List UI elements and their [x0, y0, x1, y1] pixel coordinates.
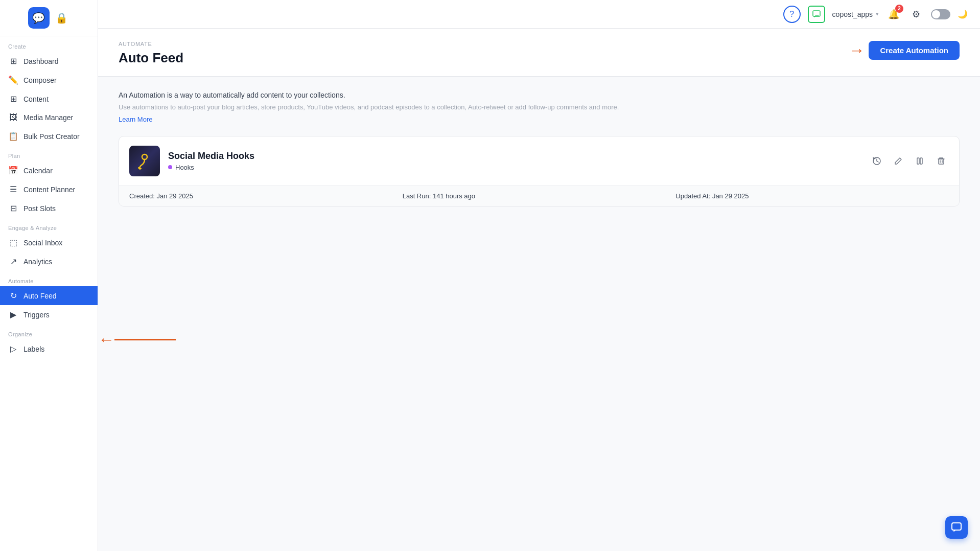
description-block: An Automation is a way to automatically … [119, 91, 960, 124]
bulk-post-icon: 📋 [8, 131, 18, 141]
card-status: Hooks [168, 164, 254, 171]
section-label-engage: Engage & Analyze [0, 218, 98, 233]
content-planner-icon: ☰ [8, 185, 18, 194]
sidebar: 💬 🔒 Create ⊞ Dashboard ✏️ Composer ⊞ Con… [0, 0, 98, 551]
sidebar-item-label: Dashboard [24, 57, 59, 65]
card-left: Social Media Hooks Hooks [129, 146, 254, 176]
auto-feed-icon: ↻ [8, 291, 18, 301]
section-label-automate: Automate [0, 271, 98, 286]
user-account-dropdown[interactable]: copost_apps ▾ [832, 10, 879, 18]
main-area: ? copost_apps ▾ 🔔 2 ⚙ 🌙 AUTOMATE Auto Fe… [98, 0, 980, 551]
sidebar-item-analytics[interactable]: ↗ Analytics [0, 252, 98, 271]
sidebar-item-content[interactable]: ⊞ Content [0, 89, 98, 108]
delete-icon-button[interactable] [934, 153, 949, 169]
media-manager-icon: 🖼 [8, 113, 18, 122]
card-status-label: Hooks [175, 164, 194, 171]
svg-rect-5 [939, 159, 944, 164]
svg-rect-8 [952, 523, 961, 530]
card-updated-label: Updated At: Jan 29 2025 [675, 192, 949, 200]
description-main: An Automation is a way to automatically … [119, 91, 960, 99]
page-title: Auto Feed [119, 50, 183, 66]
sidebar-item-label: Content Planner [24, 186, 75, 194]
sidebar-item-label: Post Slots [24, 204, 56, 213]
sidebar-item-composer[interactable]: ✏️ Composer [0, 71, 98, 89]
create-button-arrow-indicator: → [848, 41, 865, 60]
sidebar-item-label: Content [24, 95, 49, 103]
sidebar-item-label: Analytics [24, 258, 52, 266]
sidebar-logo: 💬 🔒 [0, 0, 98, 36]
labels-icon: ▷ [8, 344, 18, 354]
card-footer: Created: Jan 29 2025 Last Run: 141 hours… [119, 186, 959, 206]
theme-toggle[interactable] [931, 9, 950, 19]
description-sub: Use automations to auto-post your blog a… [119, 102, 960, 112]
create-automation-button[interactable]: Create Automation [869, 41, 960, 60]
sidebar-item-label: Social Inbox [24, 239, 62, 247]
sidebar-item-media-manager[interactable]: 🖼 Media Manager [0, 108, 98, 127]
page-content: AUTOMATE Auto Feed → Create Automation A… [98, 29, 980, 551]
social-inbox-icon: ⬚ [8, 238, 18, 247]
card-last-run-label: Last Run: 141 hours ago [403, 192, 676, 200]
sidebar-item-label: Media Manager [24, 113, 73, 122]
page-header-left: AUTOMATE Auto Feed [119, 41, 183, 66]
card-actions [869, 153, 949, 169]
composer-icon: ✏️ [8, 75, 18, 85]
status-dot-icon [168, 165, 172, 169]
post-slots-icon: ⊟ [8, 203, 18, 213]
dark-mode-icon[interactable]: 🌙 [958, 9, 968, 19]
notification-bell[interactable]: 🔔 2 [886, 7, 901, 22]
chat-fab-button[interactable] [945, 516, 968, 539]
chevron-down-icon: ▾ [876, 11, 879, 17]
create-automation-label: Create Automation [880, 46, 948, 55]
sidebar-item-label: Composer [24, 76, 57, 84]
theme-toggle-wrap [931, 9, 950, 19]
sidebar-item-label: Labels [24, 345, 44, 353]
message-icon-button[interactable] [808, 6, 825, 23]
content-icon: ⊞ [8, 94, 18, 104]
sidebar-item-triggers[interactable]: ▶ Triggers [0, 305, 98, 324]
learn-more-link[interactable]: Learn More [119, 116, 152, 123]
username-label: copost_apps [832, 10, 873, 18]
sidebar-item-label: Triggers [24, 311, 50, 319]
sidebar-item-post-slots[interactable]: ⊟ Post Slots [0, 199, 98, 218]
svg-point-1 [142, 154, 147, 159]
automation-card: Social Media Hooks Hooks [119, 136, 960, 206]
sidebar-item-calendar[interactable]: 📅 Calendar [0, 161, 98, 180]
sidebar-item-social-inbox[interactable]: ⬚ Social Inbox [0, 233, 98, 252]
help-icon-button[interactable]: ? [783, 6, 801, 23]
history-icon-button[interactable] [869, 153, 884, 169]
sidebar-item-auto-feed[interactable]: ↻ Auto Feed [0, 286, 98, 305]
settings-gear-icon[interactable]: ⚙ [908, 7, 924, 22]
notification-count-badge: 2 [895, 5, 903, 13]
triggers-icon: ▶ [8, 310, 18, 319]
sidebar-item-label: Calendar [24, 167, 53, 175]
calendar-icon: 📅 [8, 166, 18, 175]
section-label-organize: Organize [0, 324, 98, 339]
edit-icon-button[interactable] [891, 153, 906, 169]
card-top: Social Media Hooks Hooks [119, 136, 959, 186]
app-logo-icon: 💬 [28, 7, 50, 29]
card-thumbnail [129, 146, 160, 176]
card-title: Social Media Hooks [168, 151, 254, 162]
card-created-label: Created: Jan 29 2025 [129, 192, 403, 200]
hook-svg-icon [135, 152, 154, 170]
svg-rect-3 [917, 158, 919, 164]
svg-rect-4 [920, 158, 922, 164]
topbar: ? copost_apps ▾ 🔔 2 ⚙ 🌙 [98, 0, 980, 29]
thumbnail-inner [129, 146, 160, 176]
section-label-plan: Plan [0, 146, 98, 161]
lock-icon: 🔒 [54, 10, 70, 26]
page-header: AUTOMATE Auto Feed → Create Automation [98, 29, 980, 77]
dashboard-icon: ⊞ [8, 56, 18, 66]
breadcrumb: AUTOMATE [119, 41, 183, 47]
sidebar-item-label: Bulk Post Creator [24, 132, 80, 141]
sidebar-item-labels[interactable]: ▷ Labels [0, 339, 98, 358]
sidebar-item-label: Auto Feed [24, 292, 57, 300]
analytics-icon: ↗ [8, 257, 18, 266]
sidebar-item-dashboard[interactable]: ⊞ Dashboard [0, 52, 98, 71]
card-info: Social Media Hooks Hooks [168, 151, 254, 171]
pause-icon-button[interactable] [912, 153, 927, 169]
sidebar-item-bulk-post-creator[interactable]: 📋 Bulk Post Creator [0, 127, 98, 146]
section-label-create: Create [0, 36, 98, 52]
sidebar-item-content-planner[interactable]: ☰ Content Planner [0, 180, 98, 199]
